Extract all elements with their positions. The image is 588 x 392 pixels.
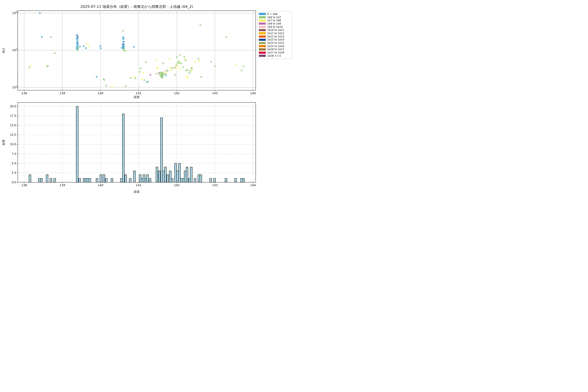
scatter-ytick-label: 100 [12, 11, 17, 15]
scatter-point [47, 65, 49, 67]
scatter-point [162, 62, 164, 64]
legend-entry: 1e8 to 1e9 [259, 22, 290, 25]
legend-label: 1e11 to 1e12 [267, 32, 284, 35]
hist-bar [50, 178, 52, 182]
hist-bar [120, 178, 122, 182]
hist-bar [124, 174, 126, 182]
legend-swatch [259, 48, 266, 50]
hist-bar [105, 178, 107, 182]
hist-bar [198, 174, 200, 182]
scatter-xtick-label: 143 [212, 92, 218, 95]
scatter-point [161, 77, 163, 78]
hist-bar [83, 178, 85, 182]
scatter-point [122, 30, 124, 32]
legend-entry: 1e14 to 1e15 [259, 41, 290, 44]
scatter-point [100, 48, 102, 49]
hist-frame [18, 102, 256, 182]
scatter-point [200, 24, 201, 26]
hist-bar [180, 178, 182, 182]
scatter-point [41, 36, 42, 38]
scatter-xlabel: 経度 [134, 95, 140, 99]
scatter-point [125, 86, 126, 87]
scatter-point [123, 41, 124, 42]
scatter-xtick-label: 142 [174, 92, 180, 95]
scatter-point [50, 36, 52, 38]
legend-swatch [259, 29, 266, 31]
legend-label: 1e9 to 1e10 [267, 26, 282, 28]
scatter-point [39, 12, 41, 14]
hist-bar [111, 178, 113, 182]
scatter-point [28, 66, 30, 68]
scatter-point [156, 60, 158, 62]
legend-label: 1e13 to 1e14 [267, 38, 284, 41]
hist-bar [96, 178, 98, 182]
hist-bar [166, 174, 168, 182]
hist-ytick-label: 5.0 [12, 162, 16, 165]
legend-label: 1e8 to 1e9 [267, 22, 281, 25]
legend-entry: 1e12 to 1e13 [259, 35, 290, 38]
hist-bar [242, 178, 244, 182]
hist-bar [38, 178, 40, 182]
scatter-point [241, 70, 242, 71]
hist-bar [184, 171, 186, 182]
hist-bar [240, 178, 242, 182]
scatter-ytick-label: 102 [12, 85, 17, 89]
scatter-point [214, 65, 216, 67]
scatter-point [150, 74, 151, 76]
legend-label: 1e17 to 1e18 [267, 51, 284, 54]
scatter-point [77, 44, 79, 46]
scatter-point [143, 72, 144, 73]
legend-entry: 1e11 to 1e12 [259, 32, 290, 35]
scatter-point [174, 67, 176, 69]
hist-bar [29, 174, 31, 182]
scatter-point [174, 74, 176, 76]
scatter-point [179, 54, 181, 56]
hist-bar [141, 178, 143, 182]
scatter-point [30, 65, 32, 66]
scatter-point [99, 46, 101, 47]
hist-bar [200, 174, 202, 182]
hist-bar [174, 163, 176, 182]
hist-ytick-label: 12.5 [10, 133, 16, 136]
hist-bar [169, 171, 171, 182]
hist-bar [156, 167, 158, 182]
scatter-point [235, 64, 237, 65]
hist-bar [134, 171, 136, 182]
plots-svg: 1381391401411421431441001011021381391401… [0, 0, 294, 196]
legend-entry: 1e13 to 1e14 [259, 38, 290, 42]
scatter-point [185, 59, 186, 61]
scatter-point [170, 69, 172, 71]
hist-bar [162, 171, 164, 182]
legend-swatch [259, 13, 266, 15]
legend-label: 1e6 to 1e7 [267, 16, 281, 19]
scatter-point [191, 70, 192, 71]
hist-ylabel: 頻度 [2, 140, 6, 145]
scatter-point [179, 68, 181, 70]
scatter-point [188, 72, 190, 74]
hist-ytick-label: 2.5 [12, 171, 16, 174]
legend-entry: 1e10 to 1e11 [259, 28, 290, 32]
scatter-point [191, 68, 193, 69]
scatter-xtick-label: 140 [98, 92, 103, 95]
hist-bar [87, 178, 89, 182]
scatter-point [180, 62, 182, 64]
hist-bar [214, 178, 216, 182]
scatter-point [147, 81, 149, 82]
scatter-point [243, 65, 245, 67]
hist-bar [89, 178, 91, 182]
hist-bar [160, 118, 162, 182]
scatter-xtick-label: 139 [60, 92, 65, 95]
hist-bar [129, 178, 131, 182]
hist-ytick-label: 7.5 [12, 152, 16, 156]
scatter-point [133, 46, 135, 48]
hist-xtick-label: 139 [60, 184, 65, 187]
legend-swatch [259, 52, 266, 54]
scatter-point [169, 58, 170, 60]
legend-entry: 1e9 to 1e10 [259, 25, 290, 28]
scatter-point [77, 36, 78, 38]
scatter-xtick-label: 141 [136, 92, 141, 95]
scatter-point [178, 62, 180, 64]
hist-bar [188, 178, 190, 182]
hist-xtick-label: 138 [22, 184, 27, 187]
legend-label: E < 1e6 [267, 12, 277, 16]
